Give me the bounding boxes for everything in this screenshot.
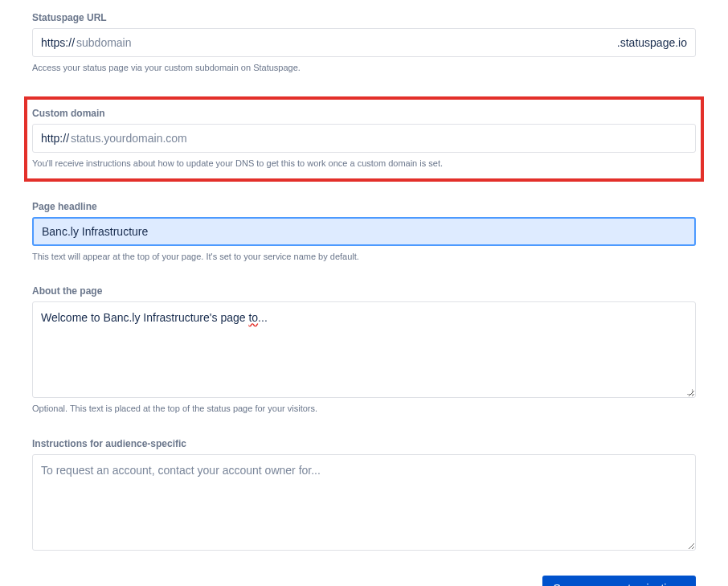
about-text-prefix: Welcome to Banc.ly Infrastructure's page: [41, 311, 248, 324]
statuspage-url-field: Statuspage URL https:// .statuspage.io A…: [32, 12, 696, 74]
about-help: Optional. This text is placed at the top…: [32, 403, 696, 415]
statuspage-url-prefix: https://: [41, 36, 75, 49]
statuspage-url-input[interactable]: [75, 29, 617, 56]
custom-domain-help: You'll receive instructions about how to…: [32, 158, 696, 170]
resize-handle-icon: [685, 387, 694, 396]
custom-domain-input[interactable]: [69, 125, 687, 152]
custom-domain-highlight: Custom domain http:// You'll receive ins…: [24, 96, 704, 181]
instructions-field: Instructions for audience-specific: [32, 438, 696, 553]
page-headline-field: Page headline This text will appear at t…: [32, 201, 696, 263]
save-button[interactable]: Save page customizations: [542, 576, 696, 586]
instructions-textarea[interactable]: [32, 454, 696, 551]
page-headline-help: This text will appear at the top of your…: [32, 251, 696, 263]
statuspage-url-input-wrap[interactable]: https:// .statuspage.io: [32, 28, 696, 57]
instructions-label: Instructions for audience-specific: [32, 438, 696, 449]
about-text-underlined: to: [248, 311, 258, 324]
custom-domain-input-wrap[interactable]: http://: [32, 124, 696, 153]
custom-domain-field: Custom domain http:// You'll receive ins…: [32, 108, 696, 170]
statuspage-url-label: Statuspage URL: [32, 12, 696, 23]
about-textarea[interactable]: Welcome to Banc.ly Infrastructure's page…: [32, 301, 696, 398]
custom-domain-label: Custom domain: [32, 108, 696, 119]
statuspage-url-help: Access your status page via your custom …: [32, 62, 696, 74]
page-headline-input[interactable]: [32, 217, 696, 246]
footer: Save page customizations: [32, 576, 696, 586]
page-headline-label: Page headline: [32, 201, 696, 212]
custom-domain-prefix: http://: [41, 132, 69, 145]
about-text-suffix: ...: [258, 311, 268, 324]
about-field: About the page Welcome to Banc.ly Infras…: [32, 285, 696, 415]
about-label: About the page: [32, 285, 696, 297]
statuspage-url-suffix: .statuspage.io: [617, 36, 687, 49]
